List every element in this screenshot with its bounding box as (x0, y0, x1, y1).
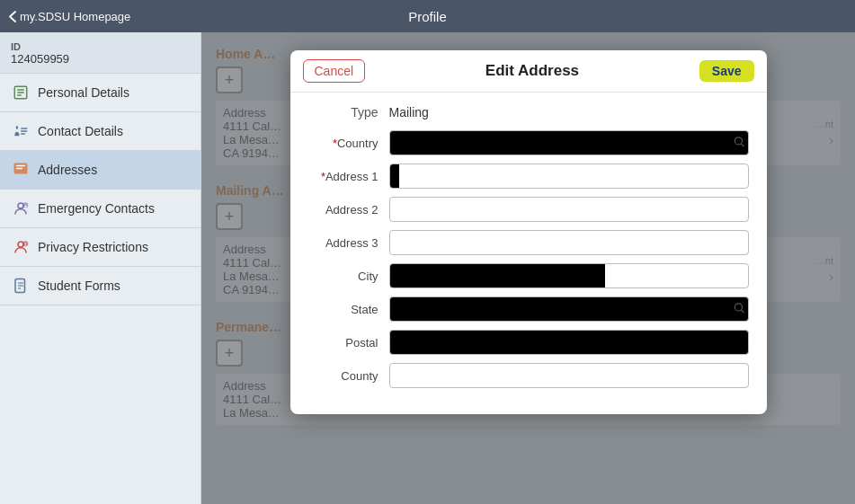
country-label: *Country (308, 137, 389, 150)
address1-label: *Address 1 (308, 170, 389, 183)
sidebar-item-privacy-restrictions-label: Privacy Restrictions (38, 240, 148, 254)
address1-input-wrapper (389, 164, 749, 189)
emergency-contacts-icon: + (11, 199, 31, 218)
main-layout: ID 124059959 Personal Details (0, 32, 855, 504)
modal-title: Edit Address (365, 62, 699, 80)
sidebar: ID 124059959 Personal Details (0, 32, 201, 504)
sidebar-id-section: ID 124059959 (0, 32, 200, 74)
svg-text:+: + (24, 203, 27, 208)
modal-header: Cancel Edit Address Save (290, 50, 767, 93)
sidebar-item-privacy-restrictions[interactable]: ! Privacy Restrictions (0, 228, 200, 267)
country-input-wrapper (389, 130, 749, 155)
modal-overlay: Cancel Edit Address Save Type Mailing *C… (201, 32, 855, 504)
sidebar-item-student-forms[interactable]: Student Forms (0, 267, 200, 305)
address3-label: Address 3 (308, 236, 389, 250)
country-search-button[interactable] (733, 136, 745, 151)
edit-address-modal: Cancel Edit Address Save Type Mailing *C… (290, 50, 767, 414)
address1-row: *Address 1 (308, 164, 749, 189)
city-label: City (308, 270, 389, 283)
cancel-button[interactable]: Cancel (303, 59, 366, 83)
svg-line-16 (741, 144, 744, 146)
postal-input-wrapper (389, 330, 749, 355)
state-input-wrapper (389, 296, 749, 322)
county-row: County (308, 363, 749, 388)
addresses-icon (11, 160, 31, 180)
sidebar-item-student-forms-label: Student Forms (38, 279, 120, 293)
back-label: my.SDSU Homepage (20, 10, 130, 23)
address2-row: Address 2 (308, 197, 749, 222)
personal-details-icon (11, 83, 31, 102)
city-row: City (308, 263, 749, 288)
back-button[interactable]: my.SDSU Homepage (9, 10, 130, 23)
address2-input[interactable] (389, 197, 749, 222)
state-search-button[interactable] (733, 302, 745, 317)
sidebar-item-personal-details-label: Personal Details (38, 85, 129, 100)
postal-input[interactable] (389, 330, 749, 355)
sidebar-item-contact-details[interactable]: Contact Details (0, 112, 200, 151)
svg-point-5 (18, 203, 23, 208)
postal-row: Postal (308, 330, 749, 355)
save-button[interactable]: Save (699, 60, 754, 82)
contact-details-icon (11, 121, 31, 141)
address3-input-wrapper (389, 230, 749, 255)
address3-row: Address 3 (308, 230, 749, 255)
id-value: 124059959 (11, 52, 190, 66)
privacy-restrictions-icon: ! (11, 237, 31, 257)
country-input[interactable] (389, 130, 749, 155)
student-forms-icon (11, 276, 31, 296)
top-bar: my.SDSU Homepage Profile (0, 0, 855, 32)
type-value: Mailing (389, 105, 429, 119)
svg-point-8 (18, 242, 23, 247)
county-input[interactable] (389, 363, 749, 388)
sidebar-item-emergency-contacts[interactable]: + Emergency Contacts (0, 190, 200, 228)
address1-required-star: * (321, 170, 325, 183)
page-title: Profile (408, 9, 447, 24)
state-input[interactable] (389, 296, 749, 322)
county-input-wrapper (389, 363, 749, 388)
state-row: State (308, 296, 749, 322)
modal-body: Type Mailing *Country (290, 93, 767, 414)
type-label: Type (308, 105, 389, 119)
county-label: County (308, 369, 389, 383)
sidebar-item-contact-details-label: Contact Details (38, 124, 123, 138)
city-input-wrapper (389, 263, 749, 288)
state-label: State (308, 303, 389, 316)
address3-input[interactable] (389, 230, 749, 255)
type-row: Type Mailing (308, 105, 749, 119)
postal-label: Postal (308, 336, 389, 349)
sidebar-item-addresses-label: Addresses (38, 163, 97, 177)
country-required-star: * (333, 137, 337, 150)
id-label: ID (11, 41, 190, 52)
address1-input[interactable] (389, 164, 749, 189)
address2-input-wrapper (389, 197, 749, 222)
sidebar-item-emergency-contacts-label: Emergency Contacts (38, 201, 155, 216)
country-row: *Country (308, 130, 749, 155)
sidebar-item-personal-details[interactable]: Personal Details (0, 74, 200, 112)
content-area: Home A… + Address 4111 Cal… La Mesa… CA … (201, 32, 855, 504)
city-input[interactable] (389, 263, 749, 288)
svg-line-18 (741, 310, 744, 313)
address2-label: Address 2 (308, 203, 389, 217)
svg-text:!: ! (24, 242, 26, 247)
sidebar-item-addresses[interactable]: Addresses (0, 151, 200, 190)
